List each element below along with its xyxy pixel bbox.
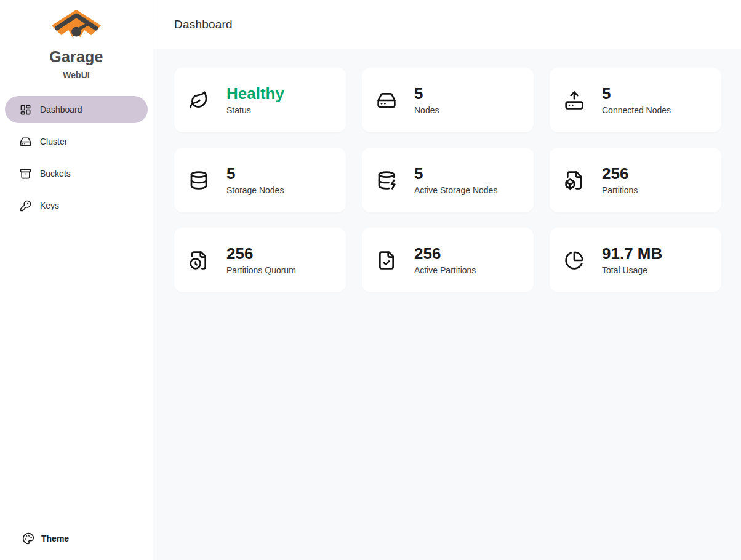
card-value: 91.7 MB [602, 245, 662, 263]
sidebar-item-label: Keys [40, 201, 59, 210]
sidebar-item-buckets[interactable]: Buckets [5, 160, 148, 187]
leaf-icon [189, 90, 209, 110]
sidebar-footer: Theme [0, 526, 153, 560]
garage-logo-icon [50, 9, 103, 44]
theme-label: Theme [41, 534, 69, 543]
logo-subtitle: WebUI [0, 70, 153, 80]
card-value: 256 [602, 165, 638, 183]
sidebar-item-label: Buckets [40, 169, 71, 178]
palette-icon [22, 532, 34, 545]
card-connected-nodes: 5 Connected Nodes [550, 68, 721, 132]
card-label: Connected Nodes [602, 105, 671, 115]
card-value: 5 [226, 165, 284, 183]
card-value: 5 [414, 165, 497, 183]
file-check-icon [377, 250, 396, 270]
sidebar-nav: Dashboard Cluster Buckets Keys [0, 96, 153, 219]
card-storage-nodes: 5 Storage Nodes [174, 148, 346, 212]
card-value: 5 [414, 85, 439, 103]
card-value: Healthy [226, 85, 284, 103]
content: Healthy Status 5 Nodes [153, 49, 741, 560]
card-total-usage: 91.7 MB Total Usage [550, 228, 721, 292]
card-label: Active Storage Nodes [414, 185, 497, 195]
card-partitions: 256 Partitions [550, 148, 721, 212]
card-partitions-quorum: 256 Partitions Quorum [174, 228, 346, 292]
card-active-partitions: 256 Active Partitions [362, 228, 534, 292]
key-icon [20, 200, 31, 212]
database-zap-icon [377, 170, 396, 190]
card-active-storage-nodes: 5 Active Storage Nodes [362, 148, 534, 212]
sidebar-item-cluster[interactable]: Cluster [5, 128, 148, 155]
app: Garage WebUI Dashboard Cluster Bucket [0, 0, 741, 560]
main-area: Dashboard Healthy Status [153, 0, 741, 560]
page-title: Dashboard [174, 18, 233, 31]
hard-drive-icon [20, 136, 31, 148]
archive-icon [20, 168, 31, 180]
hard-drive-upload-icon [564, 90, 584, 110]
pie-chart-icon [564, 250, 584, 270]
sidebar-item-label: Cluster [40, 137, 67, 146]
card-value: 5 [602, 85, 671, 103]
card-status: Healthy Status [174, 68, 346, 132]
file-box-icon [564, 170, 584, 190]
card-label: Partitions [602, 185, 638, 195]
hard-drive-icon [377, 90, 396, 110]
logo-block: Garage WebUI [0, 0, 153, 80]
card-label: Total Usage [602, 265, 662, 275]
card-value: 256 [226, 245, 296, 263]
card-label: Status [226, 105, 284, 115]
card-nodes: 5 Nodes [362, 68, 534, 132]
sidebar-item-keys[interactable]: Keys [5, 192, 148, 219]
sidebar-item-label: Dashboard [40, 105, 82, 114]
card-label: Active Partitions [414, 265, 476, 275]
stats-grid: Healthy Status 5 Nodes [174, 68, 721, 292]
page-header: Dashboard [153, 0, 741, 49]
card-label: Nodes [414, 105, 439, 115]
card-label: Storage Nodes [226, 185, 284, 195]
theme-button[interactable]: Theme [5, 526, 148, 551]
sidebar: Garage WebUI Dashboard Cluster Bucket [0, 0, 153, 560]
logo-title: Garage [0, 48, 153, 66]
file-clock-icon [189, 250, 209, 270]
sidebar-item-dashboard[interactable]: Dashboard [5, 96, 148, 123]
layout-dashboard-icon [20, 104, 31, 116]
card-value: 256 [414, 245, 476, 263]
database-icon [189, 170, 209, 190]
card-label: Partitions Quorum [226, 265, 296, 275]
